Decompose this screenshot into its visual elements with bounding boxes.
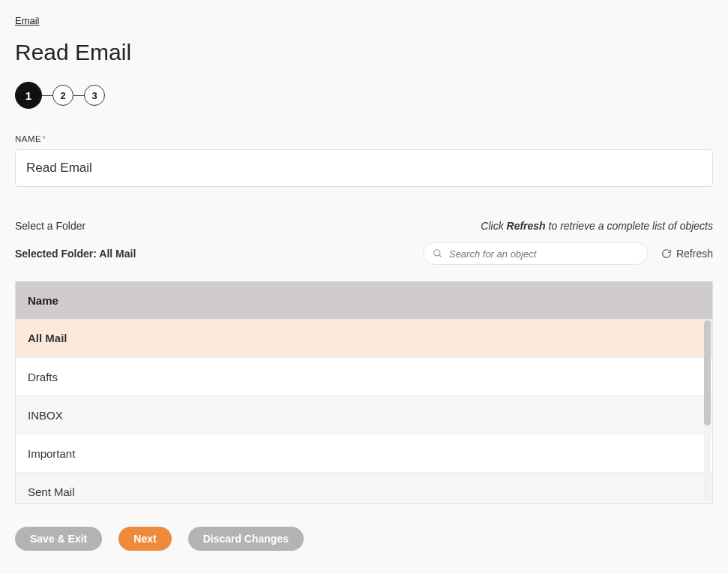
table-header: Name bbox=[16, 281, 712, 319]
selected-folder-label: Selected Folder: All Mail bbox=[15, 248, 136, 260]
step-connector bbox=[73, 95, 84, 96]
step-1[interactable]: 1 bbox=[15, 82, 42, 109]
refresh-icon bbox=[661, 248, 672, 259]
stepper: 1 2 3 bbox=[15, 82, 713, 109]
table-row[interactable]: Sent Mail bbox=[16, 472, 712, 503]
folder-name: INBOX bbox=[28, 409, 63, 422]
svg-point-0 bbox=[434, 250, 440, 256]
folder-name: Drafts bbox=[28, 371, 58, 383]
search-container bbox=[423, 242, 648, 265]
step-3[interactable]: 3 bbox=[84, 85, 105, 106]
search-icon bbox=[433, 248, 443, 259]
svg-line-1 bbox=[439, 255, 442, 257]
folder-name: All Mail bbox=[28, 332, 67, 344]
table-row[interactable]: INBOX bbox=[16, 395, 712, 434]
search-input[interactable] bbox=[443, 248, 638, 260]
save-exit-button[interactable]: Save & Exit bbox=[15, 527, 102, 551]
discard-changes-button[interactable]: Discard Changes bbox=[188, 527, 304, 551]
name-input[interactable] bbox=[15, 149, 713, 187]
name-label: NAME* bbox=[15, 134, 713, 143]
breadcrumb: Email bbox=[15, 15, 713, 26]
breadcrumb-link-email[interactable]: Email bbox=[15, 15, 40, 26]
required-marker: * bbox=[42, 134, 46, 143]
folder-table: Name All Mail Drafts INBOX Important Sen… bbox=[15, 281, 713, 504]
step-connector bbox=[42, 95, 52, 96]
folder-name: Sent Mail bbox=[28, 485, 75, 498]
table-row[interactable]: Important bbox=[16, 434, 712, 472]
table-row[interactable]: Drafts bbox=[16, 357, 712, 395]
step-2[interactable]: 2 bbox=[52, 85, 73, 106]
next-button[interactable]: Next bbox=[118, 527, 171, 551]
select-folder-label: Select a Folder bbox=[15, 220, 85, 232]
refresh-button[interactable]: Refresh bbox=[661, 248, 713, 260]
folder-name: Important bbox=[28, 447, 75, 460]
table-row[interactable]: All Mail bbox=[16, 319, 712, 357]
refresh-hint: Click Refresh to retrieve a complete lis… bbox=[481, 220, 713, 232]
scrollbar-thumb[interactable] bbox=[704, 320, 711, 425]
column-header-name: Name bbox=[28, 294, 58, 307]
table-body: All Mail Drafts INBOX Important Sent Mai… bbox=[16, 319, 712, 503]
footer-buttons: Save & Exit Next Discard Changes bbox=[15, 527, 713, 551]
page-title: Read Email bbox=[15, 40, 713, 65]
refresh-label: Refresh bbox=[676, 248, 713, 260]
